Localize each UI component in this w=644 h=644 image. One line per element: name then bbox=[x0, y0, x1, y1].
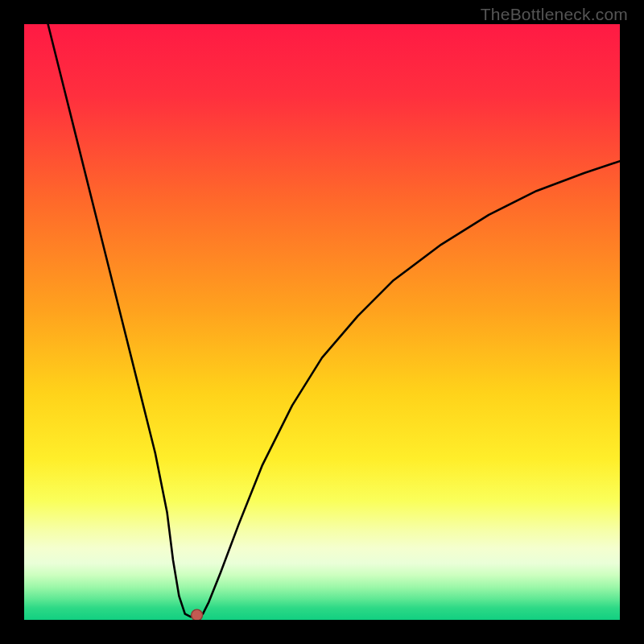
plot-area bbox=[24, 24, 620, 620]
chart-frame: TheBottleneck.com bbox=[0, 0, 644, 644]
watermark-text: TheBottleneck.com bbox=[481, 5, 628, 24]
optimal-marker bbox=[192, 609, 203, 620]
curve-layer bbox=[24, 24, 620, 620]
bottleneck-curve bbox=[48, 24, 620, 617]
